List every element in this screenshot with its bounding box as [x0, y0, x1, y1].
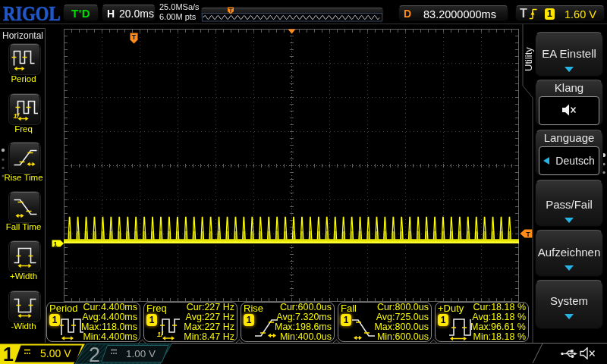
svg-text:1.00 V: 1.00 V	[126, 348, 156, 359]
svg-text:T: T	[132, 33, 137, 41]
svg-text:T: T	[526, 231, 530, 238]
svg-text:5.00 V: 5.00 V	[40, 347, 71, 359]
svg-text:1: 1	[3, 344, 14, 364]
svg-text:2: 2	[89, 344, 100, 364]
svg-text:1: 1	[53, 240, 57, 248]
svg-text:Utility: Utility	[523, 47, 534, 71]
